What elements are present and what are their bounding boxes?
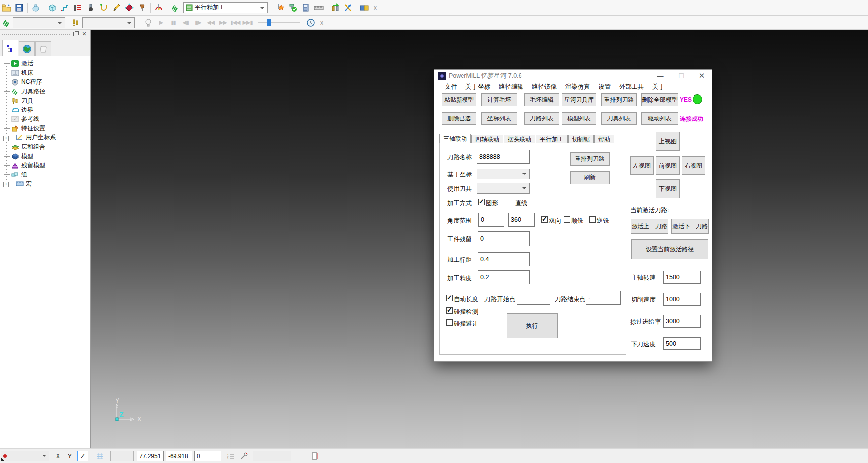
menu-settings[interactable]: 设置 bbox=[598, 83, 611, 93]
sidebar-item-patterns[interactable]: 参考线 bbox=[0, 115, 90, 124]
menu-render-sim[interactable]: 渲染仿真 bbox=[565, 83, 590, 93]
refresh-button[interactable]: 刷新 bbox=[570, 171, 610, 184]
tool-list-button[interactable]: 刀具列表 bbox=[601, 112, 637, 125]
edit-toolpath-icon[interactable] bbox=[110, 2, 123, 14]
probe-point-button[interactable] bbox=[238, 451, 250, 461]
go-to-start-button[interactable]: ▮◀◀ bbox=[229, 19, 241, 26]
float-panel-icon[interactable] bbox=[72, 31, 79, 37]
sidebar-item-groups[interactable]: 组 bbox=[0, 170, 90, 179]
model-list-button[interactable]: 模型列表 bbox=[562, 112, 596, 125]
step-forward-button[interactable]: ▮▶ bbox=[192, 19, 204, 26]
axis-z-button[interactable]: Z bbox=[77, 451, 88, 461]
toolbar-dock-combobox[interactable] bbox=[1, 451, 49, 461]
maximize-button[interactable]: ☐ bbox=[673, 70, 689, 82]
block-icon[interactable] bbox=[46, 2, 58, 14]
dialog-title-bar[interactable]: PowerMILL 忆梦星河 7.0.6 bbox=[434, 70, 712, 82]
simulate-toolpath-icon[interactable] bbox=[152, 2, 165, 14]
dock-grip[interactable] bbox=[2, 34, 70, 35]
collision-check-icon[interactable] bbox=[274, 2, 287, 14]
menu-path-edit[interactable]: 路径编辑 bbox=[499, 83, 523, 93]
spindle-speed-input[interactable] bbox=[663, 271, 701, 284]
menu-file[interactable]: 文件 bbox=[445, 83, 457, 93]
coordinate-y-field[interactable]: -69.918 bbox=[166, 451, 192, 461]
activate-next-toolpath-button[interactable]: 激活下一刀路 bbox=[671, 219, 709, 234]
conventional-mill-checkbox[interactable] bbox=[589, 216, 596, 223]
sidebar-item-models[interactable]: 模型 bbox=[0, 152, 90, 161]
sidebar-item-boundaries[interactable]: 边界 bbox=[0, 105, 90, 115]
sidebar-item-nc-programs[interactable]: NC程序 bbox=[0, 77, 90, 87]
swap-axes-icon[interactable] bbox=[342, 2, 354, 14]
close-panel-icon[interactable]: ✕ bbox=[81, 31, 88, 37]
strategy-selector[interactable]: 平行精加工 bbox=[183, 2, 268, 13]
bidirectional-checkbox[interactable] bbox=[541, 216, 548, 223]
rewind-button[interactable]: ◀◀ bbox=[204, 19, 217, 26]
view-bottom-button[interactable]: 下视图 bbox=[656, 179, 680, 198]
tab-swivel-head[interactable]: 摆头联动 bbox=[504, 135, 535, 143]
point-distribution-icon[interactable] bbox=[123, 2, 136, 14]
set-active-path-button[interactable]: 设置当前激活路径 bbox=[631, 239, 708, 259]
toolpath-name-input[interactable] bbox=[477, 150, 530, 164]
menu-coordinates[interactable]: 关于坐标 bbox=[465, 83, 490, 93]
sidebar-item-tools[interactable]: 刀具 bbox=[0, 96, 90, 106]
tool-library-button[interactable]: 星河刀具库 bbox=[562, 93, 596, 106]
axis-y-button[interactable]: Y bbox=[64, 451, 75, 461]
simulation-speed-slider[interactable] bbox=[258, 22, 300, 23]
close-button[interactable]: ✕ bbox=[694, 70, 710, 82]
tab-explorer-tree[interactable] bbox=[2, 40, 18, 56]
skim-feed-input[interactable] bbox=[663, 315, 701, 328]
drive-list-button[interactable]: 驱动列表 bbox=[641, 112, 678, 125]
expand-toggle[interactable]: + bbox=[3, 182, 9, 187]
measure-icon[interactable] bbox=[312, 2, 325, 14]
slider-handle[interactable] bbox=[267, 19, 271, 26]
angle-to-input[interactable] bbox=[508, 213, 535, 227]
use-tool-select[interactable] bbox=[477, 183, 530, 194]
go-to-end-button[interactable]: ▶▶▮ bbox=[241, 19, 254, 26]
coordinate-list-button[interactable]: 坐标列表 bbox=[481, 112, 517, 125]
calculator-icon[interactable] bbox=[299, 2, 312, 14]
view-top-button[interactable]: 上视图 bbox=[656, 132, 680, 151]
auto-length-checkbox[interactable] bbox=[446, 295, 453, 301]
save-icon[interactable] bbox=[13, 2, 26, 14]
axis-x-button[interactable]: X bbox=[53, 451, 63, 461]
open-icon[interactable] bbox=[0, 2, 13, 14]
light-bulb-icon[interactable] bbox=[142, 17, 155, 29]
circle-checkbox[interactable] bbox=[478, 199, 485, 205]
sidebar-item-activate[interactable]: 激活 bbox=[0, 59, 90, 68]
tab-parallel[interactable]: 平行加工 bbox=[536, 135, 568, 143]
coordinate-x-field[interactable]: 77.2951 bbox=[137, 451, 164, 461]
cutting-feed-input[interactable] bbox=[663, 293, 701, 306]
execute-button[interactable]: 执行 bbox=[507, 313, 558, 338]
tab-world[interactable] bbox=[19, 41, 35, 56]
sidebar-item-workplanes[interactable]: + 用户坐标系 bbox=[0, 133, 90, 143]
pause-button[interactable]: ▮▮ bbox=[167, 19, 179, 26]
coordinate-z-field[interactable]: 0 bbox=[194, 451, 221, 461]
tab-help[interactable]: 帮助 bbox=[594, 135, 614, 143]
compare-models-icon[interactable] bbox=[358, 2, 371, 14]
compute-stock-button[interactable]: 计算毛坯 bbox=[481, 93, 517, 106]
paste-new-model-button[interactable]: 粘贴新模型 bbox=[442, 93, 476, 106]
menu-path-mirror[interactable]: 路径镜像 bbox=[532, 83, 557, 93]
grid-toggle-button[interactable] bbox=[93, 451, 106, 461]
activate-prev-toolpath-button[interactable]: 激活上一刀路 bbox=[631, 219, 668, 234]
coordinate-list-toggle[interactable]: xyz bbox=[225, 451, 237, 461]
leads-and-links-icon[interactable] bbox=[97, 2, 110, 14]
sidebar-item-machine-tool[interactable]: 机床 bbox=[0, 68, 90, 78]
toolpath-list-icon[interactable] bbox=[71, 2, 84, 14]
rearrange-toolpaths-button[interactable]: 重排列刀路 bbox=[601, 93, 637, 106]
view-front-button[interactable]: 前视图 bbox=[656, 156, 680, 175]
stock-edit-button[interactable]: 毛坯编辑 bbox=[524, 93, 559, 106]
toolpath-list-button[interactable]: 刀路列表 bbox=[524, 112, 559, 125]
stepover-input[interactable] bbox=[478, 252, 530, 266]
tab-recycle-bin[interactable] bbox=[35, 41, 51, 56]
tool-selector[interactable] bbox=[82, 17, 135, 28]
sidebar-item-stock-models[interactable]: 残留模型 bbox=[0, 161, 90, 171]
menu-external-tools[interactable]: 外部工具 bbox=[619, 83, 644, 93]
collision-avoid-checkbox[interactable] bbox=[446, 319, 453, 326]
angle-from-input[interactable] bbox=[478, 213, 504, 227]
tolerance-input[interactable] bbox=[478, 270, 530, 284]
tool-change-icon[interactable] bbox=[329, 2, 342, 14]
close-toolbar-button[interactable]: x bbox=[317, 19, 326, 26]
tool-holder-icon[interactable] bbox=[136, 2, 149, 14]
menu-about[interactable]: 关于 bbox=[652, 83, 665, 93]
feed-rate-icon[interactable] bbox=[84, 2, 97, 14]
